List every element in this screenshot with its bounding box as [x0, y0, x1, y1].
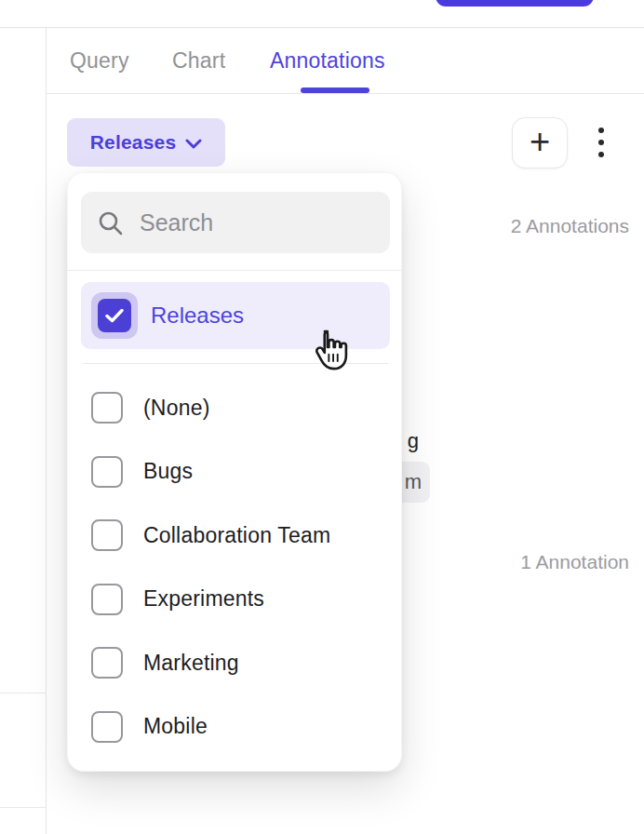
checkbox-unchecked-icon[interactable]: [91, 519, 123, 551]
option-mobile[interactable]: Mobile: [81, 695, 390, 760]
tabs-bar: Query Chart Annotations: [47, 28, 644, 94]
dropdown-list-divider: [83, 363, 388, 364]
tab-chart[interactable]: Chart: [172, 28, 225, 93]
checkbox-unchecked-icon[interactable]: [91, 456, 123, 488]
plus-icon: +: [530, 124, 550, 159]
occluded-tag-chip-text: m: [405, 470, 422, 494]
option-experiments[interactable]: Experiments: [81, 568, 390, 632]
chevron-down-icon: [185, 139, 202, 149]
releases-filter-label: Releases: [90, 131, 177, 154]
rail-divider: [0, 693, 46, 693]
checkbox-unchecked-icon[interactable]: [91, 584, 123, 615]
option-label: Bugs: [143, 459, 193, 484]
option-label: (None): [143, 396, 210, 421]
option-bugs[interactable]: Bugs: [81, 440, 390, 504]
active-tab-indicator: [301, 87, 369, 93]
option-releases-selected[interactable]: Releases: [81, 282, 390, 349]
kebab-dot-icon: [598, 140, 604, 145]
checkbox-focus-ring: [91, 292, 138, 339]
more-options-button[interactable]: [588, 120, 614, 165]
option-label: Releases: [151, 303, 244, 329]
tab-query[interactable]: Query: [70, 28, 129, 93]
search-field[interactable]: [81, 192, 390, 253]
option-label: Collaboration Team: [143, 523, 330, 548]
tab-annotations[interactable]: Annotations: [270, 28, 385, 93]
kebab-dot-icon: [598, 152, 604, 157]
option-collaboration-team[interactable]: Collaboration Team: [81, 504, 390, 568]
annotation-count-bottom: 1 Annotation: [520, 551, 629, 573]
add-annotation-button[interactable]: +: [512, 117, 568, 168]
checkbox-unchecked-icon[interactable]: [91, 647, 123, 679]
filter-options-list: (None) Bugs Collaboration Team Experimen…: [81, 376, 390, 759]
option-none[interactable]: (None): [81, 376, 390, 440]
checkbox-unchecked-icon[interactable]: [91, 392, 123, 424]
search-icon: [98, 210, 123, 235]
releases-filter-button[interactable]: Releases: [67, 118, 225, 167]
checkbox-unchecked-icon[interactable]: [91, 711, 123, 743]
annotation-count-top: 2 Annotations: [511, 215, 629, 237]
dropdown-section-divider: [68, 270, 401, 271]
top-header-bar: [0, 0, 644, 28]
rail-divider: [0, 807, 46, 808]
checkbox-checked-icon[interactable]: [98, 299, 131, 332]
option-marketing[interactable]: Marketing: [81, 631, 390, 695]
option-label: Marketing: [143, 651, 239, 676]
kebab-dot-icon: [598, 128, 604, 133]
search-input[interactable]: [140, 209, 439, 236]
annotation-filter-dropdown: Releases (None) Bugs Collaboration Team …: [67, 172, 402, 772]
left-rail: [0, 28, 47, 834]
option-label: Mobile: [143, 714, 208, 739]
option-label: Experiments: [143, 586, 264, 612]
primary-action-button[interactable]: [436, 0, 594, 7]
checkmark-icon: [105, 308, 124, 323]
